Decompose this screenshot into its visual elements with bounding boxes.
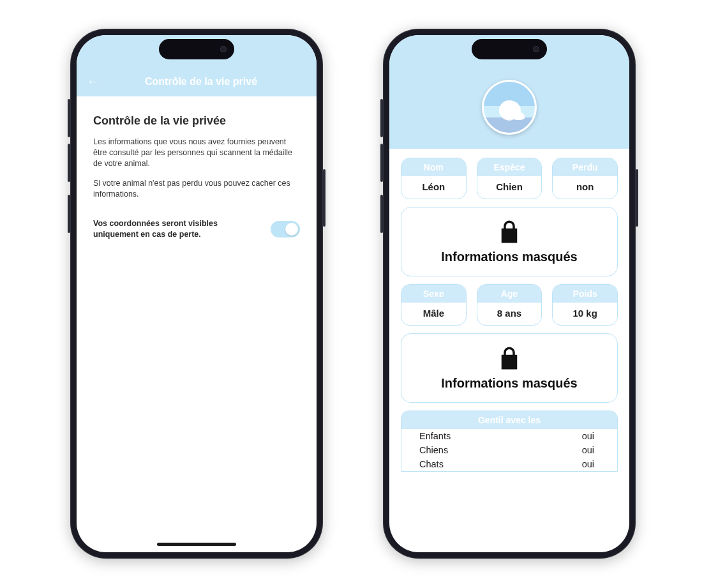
row-key: Chiens [419, 445, 448, 455]
pill-poids: Poids 10 kg [552, 284, 618, 326]
pill-value: non [553, 176, 617, 199]
masked-text: Informations masqués [408, 250, 611, 264]
pill-label: Perdu [553, 158, 617, 176]
intro-paragraph-1: Les informations que vous nous avez four… [93, 137, 300, 169]
table-row: Chiens oui [401, 443, 617, 457]
device-notch [472, 39, 547, 59]
toggle-label: Vos coordonnées seront visibles uniqueme… [93, 218, 234, 239]
pet-avatar[interactable] [482, 80, 537, 135]
visibility-toggle[interactable] [271, 221, 300, 237]
appbar-title: Contrôle de la vie privé [108, 76, 294, 87]
pill-sexe: Sexe Mâle [401, 284, 467, 326]
pill-value: Léon [401, 176, 466, 199]
pill-label: Poids [553, 285, 617, 303]
pill-value: 8 ans [477, 303, 542, 325]
info-row-mid: Sexe Mâle Age 8 ans Poids 10 kg [401, 284, 618, 326]
pill-label: Espèce [477, 158, 542, 176]
pill-label: Age [477, 285, 542, 303]
pill-age: Age 8 ans [477, 284, 542, 326]
lock-icon [496, 344, 523, 372]
info-row-top: Nom Léon Espèce Chien Perdu non [401, 158, 618, 199]
friendly-title: Gentil avec les [401, 411, 617, 429]
phone-privacy-settings: ← Contrôle de la vie privé Contrôle de l… [70, 29, 323, 559]
table-row: Chats oui [401, 457, 617, 471]
row-value: oui [582, 431, 594, 441]
pill-value: Chien [477, 176, 542, 199]
lock-icon [496, 218, 523, 246]
row-key: Chats [419, 459, 444, 469]
pill-label: Sexe [401, 285, 466, 303]
friendly-with-card: Gentil avec les Enfants oui Chiens oui C… [401, 411, 618, 472]
pill-value: Mâle [401, 303, 466, 325]
masked-text: Informations masqués [408, 376, 611, 391]
pill-value: 10 kg [553, 303, 617, 325]
pill-nom: Nom Léon [401, 158, 467, 199]
row-key: Enfants [419, 431, 451, 441]
device-notch [159, 39, 234, 59]
masked-card-contact: Informations masqués [401, 207, 618, 276]
table-row: Enfants oui [401, 429, 617, 443]
pill-espece: Espèce Chien [477, 158, 542, 199]
page-heading: Contrôle de la vie privée [93, 114, 300, 128]
row-value: oui [582, 459, 594, 469]
intro-paragraph-2: Si votre animal n'est pas perdu vous pou… [93, 178, 300, 200]
row-value: oui [582, 445, 594, 455]
phone-pet-profile: Nom Léon Espèce Chien Perdu non Informat… [383, 29, 636, 559]
masked-card-medical: Informations masqués [401, 333, 618, 403]
toggle-knob [285, 223, 298, 236]
back-arrow-icon[interactable]: ← [87, 75, 100, 87]
home-indicator[interactable] [157, 543, 236, 546]
pill-perdu: Perdu non [552, 158, 618, 199]
pill-label: Nom [401, 158, 466, 176]
